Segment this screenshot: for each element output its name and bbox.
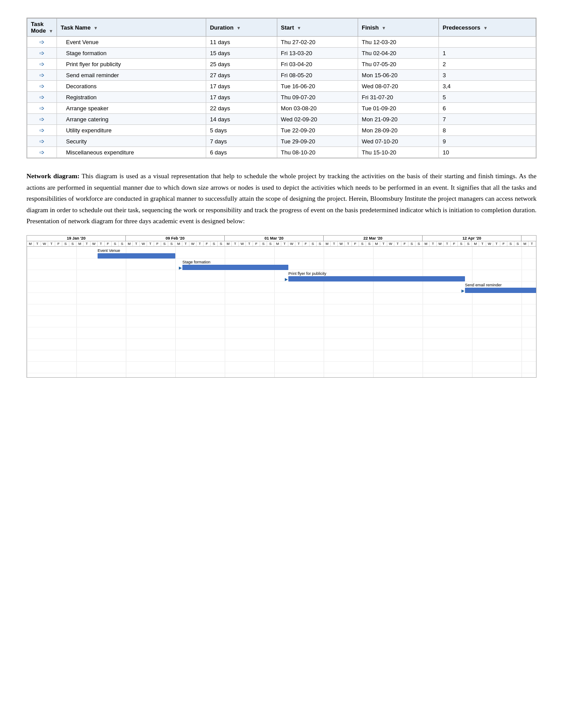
task-mode-icon: ➩ bbox=[39, 60, 45, 68]
task-mode-icon: ➩ bbox=[39, 138, 45, 145]
predecessors-cell: 2 bbox=[439, 59, 536, 70]
task-mode-cell: ➩ bbox=[27, 48, 57, 59]
gantt-day-cell: F bbox=[500, 241, 507, 246]
gantt-day-cell: W bbox=[189, 241, 196, 246]
table-row: ➩Utility expenditure5 daysTue 22-09-20Mo… bbox=[27, 125, 536, 136]
col-header-task-name[interactable]: Task Name ▼ bbox=[57, 19, 206, 37]
gantt-day-cell: S bbox=[260, 241, 267, 246]
duration-cell: 27 days bbox=[206, 70, 277, 81]
gantt-day-cell: T bbox=[182, 241, 189, 246]
gantt-day-cell: M bbox=[472, 241, 479, 246]
gantt-row: Event Venue bbox=[27, 249, 537, 259]
col-header-finish[interactable]: Finish ▼ bbox=[358, 19, 439, 37]
task-table-wrapper: TaskMode ▼ Task Name ▼ Duration ▼ Start … bbox=[26, 18, 537, 158]
gantt-day-cell: M bbox=[324, 241, 331, 246]
gantt-month-header: 19 Jan '2009 Feb '2001 Mar '2022 Mar '20… bbox=[27, 236, 536, 241]
gantt-day-cell: S bbox=[119, 241, 126, 246]
gantt-row: Decorations▶ bbox=[27, 295, 537, 304]
body-paragraph: Network diagram: This diagram is used as… bbox=[26, 171, 537, 227]
task-name-cell: Registration bbox=[57, 92, 206, 103]
col-header-start[interactable]: Start ▼ bbox=[277, 19, 358, 37]
gantt-day-cell: T bbox=[529, 241, 536, 246]
gantt-body: Event VenueStage formation▶Print flyer f… bbox=[27, 247, 537, 377]
task-mode-icon: ➩ bbox=[39, 149, 45, 156]
gantt-day-cell: T bbox=[98, 241, 105, 246]
start-cell: Tue 22-09-20 bbox=[277, 125, 358, 136]
duration-cell: 25 days bbox=[206, 59, 277, 70]
gantt-day-cell: T bbox=[48, 241, 55, 246]
task-name-cell: Security bbox=[57, 136, 206, 147]
gantt-bar bbox=[288, 276, 465, 281]
task-mode-cell: ➩ bbox=[27, 92, 57, 103]
gantt-day-cell: F bbox=[55, 241, 62, 246]
finish-cell: Fri 31-07-20 bbox=[358, 92, 439, 103]
task-mode-icon: ➩ bbox=[39, 94, 45, 101]
table-row: ➩Miscellaneous expenditure6 daysThu 08-1… bbox=[27, 147, 536, 158]
gantt-day-cell: S bbox=[359, 241, 366, 246]
gantt-day-cell: F bbox=[302, 241, 310, 246]
task-name-cell: Miscellaneous expenditure bbox=[57, 147, 206, 158]
predecessors-cell: 5 bbox=[439, 92, 536, 103]
start-cell: Thu 08-10-20 bbox=[277, 147, 358, 158]
gantt-day-cell: T bbox=[34, 241, 41, 246]
gantt-row: Send email reminder▶ bbox=[27, 283, 537, 293]
gantt-day-cell: M bbox=[274, 241, 281, 246]
gantt-bar bbox=[182, 265, 288, 270]
gantt-day-cell: M bbox=[175, 241, 182, 246]
gantt-day-cell: S bbox=[514, 241, 521, 246]
gantt-day-cell: S bbox=[317, 241, 324, 246]
gantt-day-cell: M bbox=[27, 241, 34, 246]
duration-cell: 15 days bbox=[206, 48, 277, 59]
duration-cell: 22 days bbox=[206, 103, 277, 114]
duration-cell: 11 days bbox=[206, 37, 277, 48]
col-header-task-mode[interactable]: TaskMode ▼ bbox=[27, 19, 57, 37]
finish-cell: Thu 12-03-20 bbox=[358, 37, 439, 48]
gantt-row: Registration▶ bbox=[27, 306, 537, 316]
task-mode-icon: ➩ bbox=[39, 38, 45, 45]
task-mode-icon: ➩ bbox=[39, 49, 45, 56]
body-text-content: This diagram is used as a visual represe… bbox=[26, 173, 537, 225]
table-row: ➩Stage formation15 daysFri 13-03-20Thu 0… bbox=[27, 48, 536, 59]
gantt-day-header: MTWTFSSMTWTFSSMTWTFSSMTWTFSSMTWTFSSMTWTF… bbox=[27, 241, 536, 247]
gantt-row: Print flyer for publicity▶ bbox=[27, 272, 537, 281]
gantt-day-cell: F bbox=[105, 241, 112, 246]
gantt-bar-label: Print flyer for publicity bbox=[288, 271, 326, 276]
gantt-day-cell: T bbox=[232, 241, 239, 246]
gantt-day-cell: S bbox=[62, 241, 69, 246]
gantt-bar-label: Stage formation bbox=[182, 260, 211, 264]
table-row: ➩Registration17 daysThu 09-07-20Fri 31-0… bbox=[27, 92, 536, 103]
gantt-day-cell: S bbox=[310, 241, 317, 246]
gantt-day-cell: S bbox=[458, 241, 465, 246]
task-mode-icon: ➩ bbox=[39, 127, 45, 134]
finish-cell: Mon 21-09-20 bbox=[358, 114, 439, 125]
gantt-month-cell: 03 May '20 bbox=[521, 236, 537, 241]
finish-cell: Tue 01-09-20 bbox=[358, 103, 439, 114]
finish-cell: Thu 02-04-20 bbox=[358, 48, 439, 59]
gantt-day-cell: W bbox=[387, 241, 394, 246]
start-cell: Fri 13-03-20 bbox=[277, 48, 358, 59]
table-row: ➩Event Venue11 daysThu 27-02-20Thu 12-03… bbox=[27, 37, 536, 48]
gantt-day-cell: M bbox=[225, 241, 232, 246]
gantt-day-cell: F bbox=[401, 241, 408, 246]
col-header-duration[interactable]: Duration ▼ bbox=[206, 19, 277, 37]
gantt-row: Stage formation▶ bbox=[27, 260, 537, 270]
task-mode-cell: ➩ bbox=[27, 103, 57, 114]
gantt-day-cell: T bbox=[493, 241, 500, 246]
gantt-month-cell: 01 Mar '20 bbox=[225, 236, 324, 241]
gantt-day-cell: T bbox=[394, 241, 401, 246]
task-name-cell: Stage formation bbox=[57, 48, 206, 59]
gantt-day-cell: T bbox=[295, 241, 302, 246]
gantt-day-cell: S bbox=[366, 241, 373, 246]
gantt-connector-arrow: ▶ bbox=[461, 289, 465, 293]
col-header-predecessors[interactable]: Predecessors ▼ bbox=[439, 19, 536, 37]
predecessors-cell: 10 bbox=[439, 147, 536, 158]
gantt-day-cell: F bbox=[154, 241, 161, 246]
gantt-day-cell: T bbox=[331, 241, 338, 246]
table-row: ➩Security7 daysTue 29-09-20Wed 07-10-209 bbox=[27, 136, 536, 147]
gantt-connector-arrow: ▶ bbox=[179, 266, 182, 270]
gantt-month-cell: 22 Mar '20 bbox=[324, 236, 423, 241]
start-cell: Fri 03-04-20 bbox=[277, 59, 358, 70]
task-mode-icon: ➩ bbox=[39, 105, 45, 112]
task-mode-cell: ➩ bbox=[27, 59, 57, 70]
finish-cell: Mon 28-09-20 bbox=[358, 125, 439, 136]
